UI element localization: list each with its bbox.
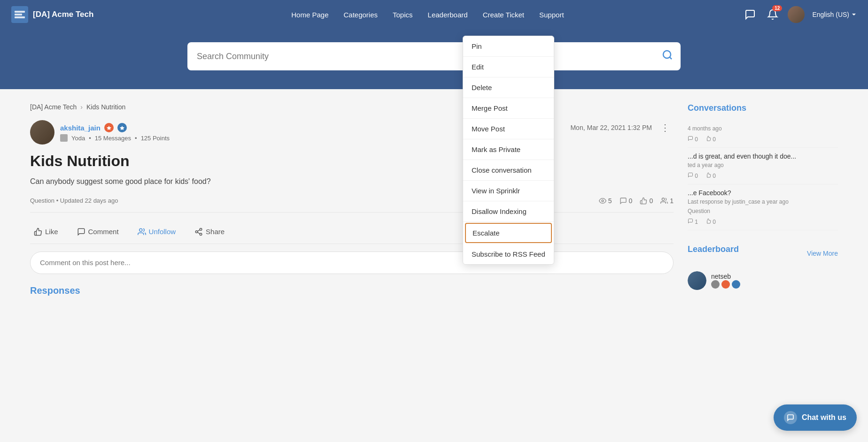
leaderboard-header: Leaderboard View More — [688, 244, 838, 262]
search-button[interactable] — [662, 49, 673, 63]
search-container — [187, 42, 681, 70]
svg-marker-5 — [107, 126, 111, 130]
sidebar-conv-1: 4 months ago 0 0 — [688, 121, 838, 148]
author-name-row: akshita_jain — [60, 123, 170, 132]
sidebar-conv-2-title[interactable]: ...d is great, and even though it doe... — [688, 152, 838, 160]
badge-gray — [711, 280, 720, 289]
conversations-section: Conversations 4 months ago 0 0 ...d is g… — [688, 103, 838, 230]
post-meta-right: 5 0 0 1 — [599, 197, 674, 205]
sidebar-conv-3-meta: Last response by justin_case a year ago — [688, 198, 838, 205]
author-points: 125 Points — [141, 135, 170, 142]
search-input[interactable] — [187, 42, 681, 70]
main-content: [DA] Acme Tech › Kids Nutrition akshita_… — [11, 89, 857, 305]
author-badge-orange — [104, 123, 114, 132]
svg-point-8 — [139, 229, 142, 231]
author-name[interactable]: akshita_jain — [60, 124, 101, 132]
logo[interactable]: [DA] Acme Tech — [11, 6, 93, 23]
comment-label: Comment — [88, 228, 119, 236]
author-info: akshita_jain Yoda • 15 — [60, 123, 170, 142]
dropdown-pin[interactable]: Pin — [463, 36, 554, 57]
notification-badge: 12 — [772, 5, 782, 11]
sidebar: Conversations 4 months ago 0 0 ...d is g… — [688, 99, 838, 296]
comments-stat: 0 — [620, 197, 633, 205]
members-stat: 1 — [660, 197, 674, 205]
nav-categories[interactable]: Categories — [343, 11, 378, 19]
post-stats-row: Question • Updated 22 days ago 5 0 0 — [30, 197, 674, 213]
view-more-link[interactable]: View More — [807, 250, 838, 257]
dropdown-close-conversation[interactable]: Close conversation — [463, 160, 554, 181]
comment-button[interactable]: Comment — [73, 226, 123, 238]
svg-line-13 — [198, 230, 200, 231]
user-avatar[interactable] — [788, 6, 805, 23]
dropdown-delete[interactable]: Delete — [463, 77, 554, 98]
sidebar-conv-2-meta: ted a year ago — [688, 162, 838, 168]
sidebar-conv-2: ...d is great, and even though it doe...… — [688, 148, 838, 184]
sidebar-conv-3-stats: 1 0 — [688, 218, 838, 225]
unfollow-label: Unfollow — [149, 228, 176, 236]
dropdown-merge-post[interactable]: Merge Post — [463, 98, 554, 119]
leaderboard-section: Leaderboard View More netseb — [688, 244, 838, 294]
logo-icon — [11, 6, 28, 23]
breadcrumb-root[interactable]: [DA] Acme Tech — [30, 103, 77, 111]
share-button[interactable]: Share — [191, 226, 228, 238]
svg-point-7 — [662, 198, 665, 200]
author-meta: Yoda • 15 Messages • 125 Points — [60, 134, 170, 142]
post: akshita_jain Yoda • 15 — [30, 120, 674, 296]
nav-support[interactable]: Support — [539, 11, 564, 19]
views-stat: 5 — [599, 197, 612, 205]
dropdown-escalate[interactable]: Escalate — [465, 223, 552, 243]
rank-icon — [60, 134, 68, 142]
dropdown-view-sprinklr[interactable]: View in Sprinklr — [463, 181, 554, 201]
post-options-btn[interactable]: ⋮ — [657, 120, 674, 135]
notifications-icon-btn[interactable]: 12 — [765, 7, 780, 22]
unfollow-button[interactable]: Unfollow — [134, 226, 180, 238]
svg-point-10 — [195, 231, 198, 233]
leaderboard-username-1: netseb — [711, 273, 740, 280]
share-label: Share — [206, 228, 225, 236]
dropdown-edit[interactable]: Edit — [463, 57, 554, 77]
like-label: Like — [45, 228, 58, 236]
svg-rect-1 — [15, 14, 22, 15]
dropdown-subscribe-rss[interactable]: Subscribe to RSS Feed — [463, 244, 554, 264]
post-title: Kids Nutrition — [30, 152, 674, 170]
nav-topics[interactable]: Topics — [393, 11, 413, 19]
nav-create-ticket[interactable]: Create Ticket — [483, 11, 524, 19]
author-rank: Yoda — [71, 135, 85, 142]
author-badge-blue — [117, 123, 127, 132]
sidebar-conv-3-type: Question — [688, 208, 838, 214]
post-date: Mon, Mar 22, 2021 1:32 PM — [570, 124, 652, 131]
post-time-area: Mon, Mar 22, 2021 1:32 PM ⋮ — [570, 120, 674, 135]
leaderboard-user-info: netseb — [711, 273, 740, 289]
site-title: [DA] Acme Tech — [33, 10, 93, 19]
post-meta: Question • Updated 22 days ago — [30, 197, 118, 204]
main-nav: Home Page Categories Topics Leaderboard … — [112, 11, 743, 19]
context-dropdown-menu: Pin Edit Delete Merge Post Move Post Mar… — [463, 36, 554, 265]
svg-point-11 — [200, 233, 202, 236]
conversations-title: Conversations — [688, 103, 838, 113]
responses-title: Responses — [30, 285, 674, 296]
search-banner — [0, 29, 868, 89]
breadcrumb-separator: › — [80, 103, 83, 111]
sidebar-conv-3-title[interactable]: ...e Facebook? — [688, 189, 838, 197]
language-selector[interactable]: English (US) — [812, 11, 857, 18]
sidebar-conv-1-stats: 0 0 — [688, 136, 838, 143]
dropdown-disallow-indexing[interactable]: Disallow Indexing — [463, 201, 554, 222]
likes-stat: 0 — [640, 197, 653, 205]
badge-blue — [732, 280, 740, 289]
sidebar-conv-2-stats: 0 0 — [688, 172, 838, 179]
messages-icon-btn[interactable] — [743, 7, 758, 22]
breadcrumb-current: Kids Nutrition — [86, 103, 125, 111]
comment-input[interactable] — [30, 251, 674, 274]
dropdown-mark-private[interactable]: Mark as Private — [463, 139, 554, 160]
header-actions: 12 English (US) — [743, 6, 857, 23]
nav-home-page[interactable]: Home Page — [291, 11, 328, 19]
author-avatar — [30, 120, 54, 145]
nav-leaderboard[interactable]: Leaderboard — [428, 11, 468, 19]
author-messages: 15 Messages — [95, 135, 131, 142]
dropdown-move-post[interactable]: Move Post — [463, 119, 554, 139]
like-button[interactable]: Like — [30, 226, 62, 238]
svg-line-4 — [670, 57, 672, 59]
leaderboard-user-1: netseb — [688, 267, 838, 294]
badge-orange — [721, 280, 730, 289]
content-area: [DA] Acme Tech › Kids Nutrition akshita_… — [30, 99, 674, 296]
